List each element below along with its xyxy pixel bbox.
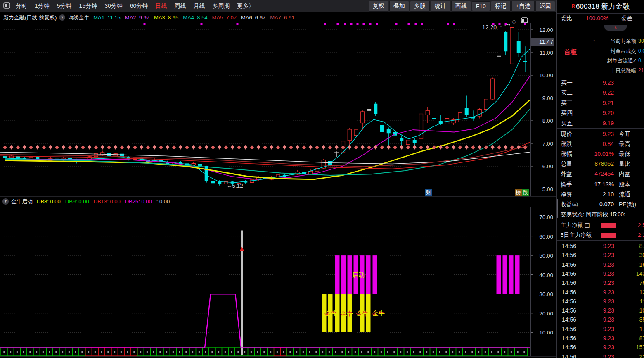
- menu-item-日线[interactable]: 日线: [152, 2, 170, 10]
- stock-name: 新力金融: [601, 2, 630, 10]
- diamond-marker-icon[interactable]: ◇: [512, 18, 516, 24]
- tick-row: 14:569.2317: [557, 325, 644, 334]
- candle: [387, 128, 391, 146]
- ma-line-MA3: [5, 100, 530, 179]
- candle: [426, 107, 429, 123]
- tick-price: 9.23: [603, 325, 614, 334]
- y-axis-label: 50.00: [539, 253, 553, 259]
- menu-item-分时[interactable]: 分时: [12, 2, 31, 10]
- candle: [504, 31, 507, 55]
- indicator-name: 均线金牛: [68, 14, 89, 21]
- candle: [419, 113, 423, 141]
- toolbar-button-+自选[interactable]: +自选: [511, 1, 535, 12]
- tick-volume: 157: [629, 343, 644, 352]
- buy-price: 9.19: [603, 118, 614, 128]
- tick-row: 14:569.2312: [557, 288, 644, 297]
- quote-value: 0.070: [599, 199, 614, 209]
- tick-price: 9.23: [603, 306, 614, 315]
- flow-row: 5日主力净额2.11: [557, 230, 644, 240]
- y-axis-label: 7.00: [542, 141, 553, 147]
- menu-item-月线[interactable]: 月线: [189, 2, 208, 10]
- peak-price-annotation: 12.20: [482, 24, 497, 31]
- buy-level-label: 买二: [561, 88, 573, 98]
- candle: [328, 160, 332, 167]
- weibi-row: 委比 100.00% 委差: [557, 14, 644, 23]
- main-price-chart[interactable]: 12.0011.0010.009.008.007.006.005.0012.20…: [0, 0, 556, 358]
- board-value: 0.: [638, 57, 642, 63]
- tick-volume: 76: [629, 278, 644, 287]
- menu-item-周线[interactable]: 周线: [170, 2, 189, 10]
- quote-value: 878062: [594, 159, 614, 169]
- toolbar-button-统计[interactable]: 统计: [431, 1, 450, 12]
- quote-value: 0.84: [603, 139, 614, 149]
- chart-badge-跌[interactable]: 跌: [522, 189, 529, 196]
- candle: [348, 128, 351, 146]
- flow-value: 2.11: [638, 230, 644, 240]
- y-axis-label: 10.00: [539, 72, 553, 79]
- db-values: DB8: 0.00DB9: 0.00DB13: 0.00DB25: 0.00: …: [37, 198, 174, 205]
- quote-value: 17.13%: [594, 179, 614, 189]
- stock-header[interactable]: R600318 新力金融: [557, 0, 644, 13]
- menu-item-5分钟[interactable]: 5分钟: [53, 2, 76, 10]
- collapse-pill[interactable]: ∧: [604, 25, 627, 31]
- collapse-chevron-icon[interactable]: ▼: [2, 198, 9, 205]
- panel-scrollbar[interactable]: [557, 199, 558, 218]
- ma-value: MA6: 6.67: [241, 14, 265, 21]
- panel-toggle-icon[interactable]: [521, 17, 528, 24]
- chart-badge-榜[interactable]: 榜: [515, 189, 522, 196]
- db-value: DB9: 0.00: [65, 198, 89, 205]
- tick-time: 14:56: [562, 297, 576, 306]
- tick-time: 14:56: [562, 278, 576, 287]
- magenta-signal-bar: [509, 255, 514, 294]
- toolbar-button-多股[interactable]: 多股: [410, 1, 430, 12]
- menu-item-30分钟[interactable]: 30分钟: [101, 2, 126, 10]
- tick-row: 14:569.2311: [557, 297, 644, 306]
- toolbar-button-F10[interactable]: F10: [472, 1, 490, 11]
- board-row: 封单占流通Z0.: [557, 57, 644, 67]
- toolbar-button-复权[interactable]: 复权: [369, 1, 388, 12]
- toolbar-button-返回[interactable]: 返回: [535, 1, 555, 12]
- menu-item-15分钟[interactable]: 15分钟: [76, 2, 101, 10]
- y-axis-label: 12.00: [539, 27, 553, 33]
- db-value: DB8: 0.00: [37, 198, 61, 205]
- candle: [400, 136, 403, 146]
- tick-volume: 22: [629, 352, 644, 358]
- buy-order-row: 买五9.19: [557, 118, 644, 128]
- buy-price: 9.23: [603, 78, 614, 88]
- tick-time: 14:56: [562, 343, 576, 352]
- collapse-chevron-icon[interactable]: ▼: [59, 14, 65, 21]
- ma-value: MA1: 11.15: [93, 14, 121, 21]
- tick-time: 14:56: [562, 269, 576, 278]
- quote-label: 现价: [561, 129, 572, 139]
- buy-price: 9.20: [603, 108, 614, 118]
- toolbar-button-叠加[interactable]: 叠加: [389, 1, 409, 12]
- tick-price: 9.23: [603, 315, 614, 324]
- menu-item-1分钟[interactable]: 1分钟: [31, 2, 53, 10]
- candle: [380, 117, 384, 134]
- y-axis-label: 11.00: [540, 50, 553, 56]
- board-label: 当前封单额: [611, 38, 637, 45]
- menu-item-更多〉[interactable]: 更多〉: [233, 2, 258, 10]
- board-value: 0.0: [638, 48, 644, 54]
- toolbar-button-画线[interactable]: 画线: [451, 1, 471, 12]
- tick-time: 14:56: [562, 288, 576, 297]
- db-value: DB25: 0.00: [125, 198, 152, 205]
- tick-volume: 35: [629, 315, 644, 324]
- candle: [491, 78, 495, 100]
- quote-label: 外盘: [561, 169, 572, 179]
- candle: [471, 110, 475, 121]
- menu-item-60分钟[interactable]: 60分钟: [126, 2, 152, 10]
- board-row: 封单占成交0.0: [557, 48, 644, 58]
- menu-item-多周期[interactable]: 多周期: [208, 2, 233, 10]
- y-axis-label: 5.00: [542, 186, 553, 192]
- board-label: 封单占成交: [611, 48, 637, 55]
- tick-price: 9.23: [603, 334, 614, 343]
- quote-label-2: 流通: [619, 189, 630, 199]
- tick-volume: 87: [629, 334, 644, 343]
- magenta-signal-bar: [503, 255, 507, 294]
- toolbar-button-标记[interactable]: 标记: [491, 1, 511, 12]
- db-value: : 0.00: [156, 198, 170, 205]
- chart-badge-财[interactable]: 财: [425, 189, 432, 196]
- up-arrow-marker: [239, 247, 244, 251]
- window-layout-icon[interactable]: [3, 2, 10, 10]
